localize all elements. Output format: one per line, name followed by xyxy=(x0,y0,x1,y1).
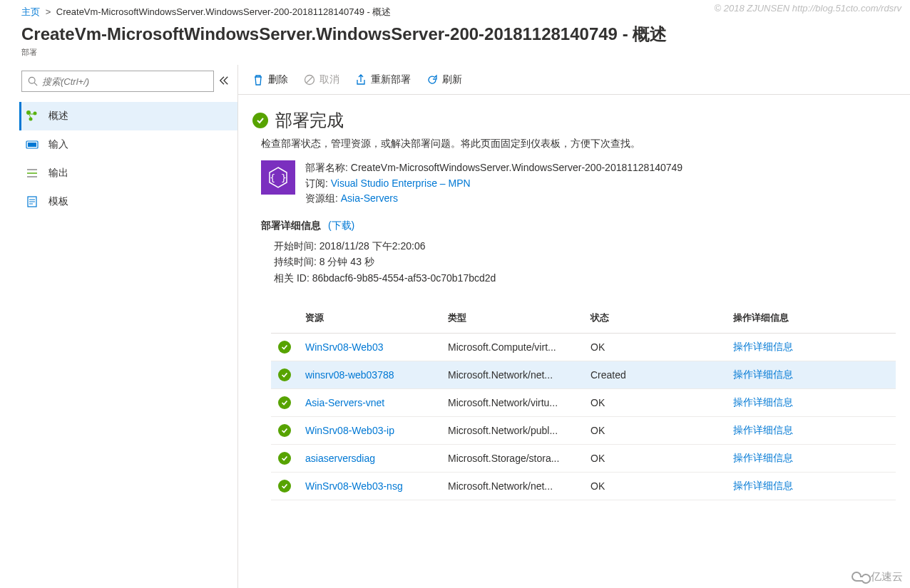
resource-state: OK xyxy=(583,473,726,500)
status-title: 部署完成 xyxy=(275,109,344,132)
resource-state: OK xyxy=(583,389,726,417)
refresh-label: 刷新 xyxy=(442,73,462,86)
start-time-label: 开始时间: xyxy=(274,240,317,252)
template-icon xyxy=(26,195,39,208)
svg-point-4 xyxy=(29,118,33,121)
operation-details-link[interactable]: 操作详细信息 xyxy=(733,396,793,408)
status-description: 检查部署状态，管理资源，或解决部署问题。将此页面固定到仪表板，方便下次查找。 xyxy=(238,138,910,160)
start-time-value: 2018/11/28 下午2:20:06 xyxy=(319,240,426,252)
delete-label: 删除 xyxy=(268,73,288,86)
duration-value: 8 分钟 43 秒 xyxy=(319,256,374,267)
resource-link[interactable]: winsrv08-web03788 xyxy=(305,369,394,381)
resource-link[interactable]: asiaserversdiag xyxy=(305,453,375,464)
redeploy-button[interactable]: 重新部署 xyxy=(355,73,411,86)
duration-label: 持续时间: xyxy=(274,256,317,267)
delete-button[interactable]: 删除 xyxy=(252,73,288,86)
table-row[interactable]: winsrv08-web03788Microsoft.Network/net..… xyxy=(271,361,896,389)
redeploy-icon xyxy=(355,74,367,86)
sidebar-item-overview[interactable]: 概述 xyxy=(19,102,237,130)
cancel-icon xyxy=(304,74,315,86)
subscription-label: 订阅: xyxy=(305,177,328,189)
table-row[interactable]: WinSrv08-Web03Microsoft.Compute/virt...O… xyxy=(271,334,896,361)
svg-line-6 xyxy=(29,115,31,118)
resource-state: OK xyxy=(583,417,726,445)
deployment-icon: { } xyxy=(261,160,295,195)
table-row[interactable]: asiaserversdiagMicrosoft.Storage/stora..… xyxy=(271,445,896,473)
input-icon xyxy=(26,138,39,151)
overview-icon xyxy=(26,110,39,123)
resource-link[interactable]: Asia-Servers-vnet xyxy=(305,397,384,408)
success-icon xyxy=(278,396,291,409)
col-state: 状态 xyxy=(583,303,726,334)
operation-details-link[interactable]: 操作详细信息 xyxy=(733,424,793,435)
sidebar-item-label: 模板 xyxy=(48,195,68,208)
resource-link[interactable]: WinSrv08-Web03-nsg xyxy=(305,480,403,492)
sidebar-item-input[interactable]: 输入 xyxy=(21,130,237,159)
svg-text:{ }: { } xyxy=(270,172,286,183)
operation-details-link[interactable]: 操作详细信息 xyxy=(733,452,793,463)
details-lines: 开始时间: 2018/11/28 下午2:20:06 持续时间: 8 分钟 43… xyxy=(238,238,910,303)
resource-type: Microsoft.Compute/virt... xyxy=(441,334,583,361)
page-subtitle: 部署 xyxy=(21,47,889,58)
cancel-label: 取消 xyxy=(319,73,339,86)
correlation-id-label: 相关 ID: xyxy=(274,272,310,284)
details-section-title: 部署详细信息 (下载) xyxy=(238,220,910,238)
search-box[interactable] xyxy=(21,71,214,92)
refresh-button[interactable]: 刷新 xyxy=(426,73,462,86)
resourcegroup-link[interactable]: Asia-Servers xyxy=(341,192,398,204)
resource-state: OK xyxy=(583,334,726,361)
sidebar: 概述 输入 输出 模板 xyxy=(0,65,238,588)
success-icon xyxy=(278,368,291,381)
status-header: 部署完成 xyxy=(238,95,910,138)
success-icon xyxy=(278,452,291,465)
col-resource: 资源 xyxy=(298,303,441,334)
search-input[interactable] xyxy=(42,76,208,87)
resource-link[interactable]: WinSrv08-Web03-ip xyxy=(305,425,394,436)
main-content: 删除 取消 重新部署 刷新 部署完成 检查部署状态，管理资源，或解决部署问题。将… xyxy=(238,65,910,588)
operation-details-link[interactable]: 操作详细信息 xyxy=(733,480,793,491)
download-link[interactable]: (下载) xyxy=(328,220,354,231)
resource-type: Microsoft.Storage/stora... xyxy=(441,445,583,473)
svg-line-17 xyxy=(307,76,313,83)
svg-point-3 xyxy=(34,112,37,115)
col-details: 操作详细信息 xyxy=(726,303,896,334)
toolbar: 删除 取消 重新部署 刷新 xyxy=(238,65,910,95)
breadcrumb-home[interactable]: 主页 xyxy=(21,6,40,17)
refresh-icon xyxy=(426,74,438,86)
sidebar-item-output[interactable]: 输出 xyxy=(21,159,237,187)
operation-details-link[interactable]: 操作详细信息 xyxy=(733,368,793,380)
resource-link[interactable]: WinSrv08-Web03 xyxy=(305,341,383,353)
breadcrumb-separator: > xyxy=(46,6,51,17)
resources-table: 资源 类型 状态 操作详细信息 WinSrv08-Web03Microsoft.… xyxy=(271,303,896,500)
redeploy-label: 重新部署 xyxy=(371,73,411,86)
sidebar-item-template[interactable]: 模板 xyxy=(21,187,237,216)
table-row[interactable]: WinSrv08-Web03-ipMicrosoft.Network/publ.… xyxy=(271,417,896,445)
operation-details-link[interactable]: 操作详细信息 xyxy=(733,341,793,352)
table-row[interactable]: Asia-Servers-vnetMicrosoft.Network/virtu… xyxy=(271,389,896,417)
resource-state: Created xyxy=(583,361,726,389)
resource-type: Microsoft.Network/net... xyxy=(441,361,583,389)
sidebar-item-label: 输入 xyxy=(48,138,68,151)
resource-type: Microsoft.Network/publ... xyxy=(441,417,583,445)
resourcegroup-label: 资源组: xyxy=(305,192,338,204)
success-icon xyxy=(278,480,291,492)
svg-line-1 xyxy=(34,83,37,86)
sidebar-item-label: 概述 xyxy=(48,110,68,123)
watermark-text: © 2018 ZJUNSEN http://blog.51cto.com/rds… xyxy=(715,3,901,14)
resource-type: Microsoft.Network/virtu... xyxy=(441,389,583,417)
deploy-name-label: 部署名称: xyxy=(305,162,348,173)
collapse-sidebar-button[interactable] xyxy=(219,76,229,88)
subscription-link[interactable]: Visual Studio Enterprise – MPN xyxy=(331,177,471,189)
success-icon xyxy=(278,424,291,437)
sidebar-item-label: 输出 xyxy=(48,167,68,180)
breadcrumb-current: CreateVm-MicrosoftWindowsServer.WindowsS… xyxy=(56,6,392,17)
correlation-id-value: 86bdacf6-9b85-4554-af53-0c70b17bcd2d xyxy=(312,272,496,284)
output-icon xyxy=(26,167,39,180)
table-row[interactable]: WinSrv08-Web03-nsgMicrosoft.Network/net.… xyxy=(271,473,896,500)
resource-state: OK xyxy=(583,445,726,473)
page-title: CreateVm-MicrosoftWindowsServer.WindowsS… xyxy=(21,23,889,46)
cancel-button: 取消 xyxy=(304,73,339,86)
search-icon xyxy=(28,76,38,86)
resource-type: Microsoft.Network/net... xyxy=(441,473,583,500)
svg-rect-8 xyxy=(28,143,36,147)
